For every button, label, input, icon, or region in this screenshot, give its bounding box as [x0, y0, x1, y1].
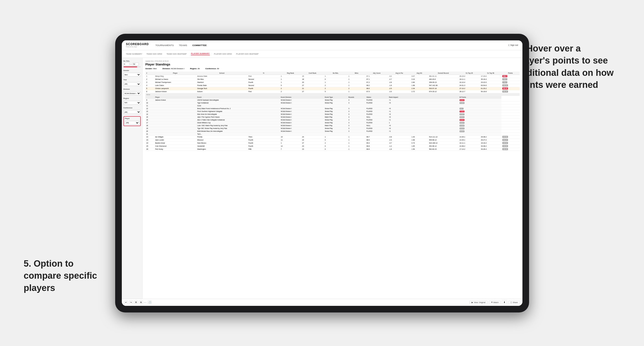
event-row: 17 David Williams Cup NCAA Division I St… — [146, 121, 520, 124]
conference-select[interactable]: (All) — [124, 110, 141, 114]
content-area: No Rds. — Gender — [122, 58, 522, 299]
points-badge[interactable]: 40.02 — [502, 142, 508, 144]
col-reg-rank: Reg Rank — [280, 72, 301, 75]
table-row: 23 Jack Lundin Missouri Fourth 11 24 0 1… — [146, 138, 520, 142]
table-row: 4 Luke Claton Florida State Second 5 27 … — [146, 84, 520, 87]
sub-nav-player-h2h-heatmap[interactable]: PLAYER H2H HEATMAP — [236, 53, 259, 55]
sidebar-section-conference: Conference (All) — [124, 107, 141, 114]
col-points: Points — [502, 72, 520, 75]
col-no-rds: No Rds. — [324, 72, 348, 75]
main-content: Update time: 27/01/2024 16:56:26 Player … — [142, 58, 522, 299]
nav-teams[interactable]: TEAMS — [179, 44, 187, 46]
watch-button[interactable]: 👁 Watch — [489, 301, 501, 304]
points-badge[interactable]: 88.2 — [502, 75, 507, 77]
annotation-5: 5. Option to compare specific players — [24, 258, 114, 294]
nav-links: TOURNAMENTS TEAMS COMMITTEE — [156, 44, 508, 46]
table-row: 22 Ian Gilligan Florida Third 10 24 1 1 … — [146, 135, 520, 138]
event-row: 14 Marc Amer An Intercollegiate NCAA Div… — [146, 113, 520, 116]
logo-text: SCOREBOARD — [126, 42, 149, 46]
col-vs-top50: Vs Top 50 — [480, 72, 502, 75]
sidebar-section-year: Year (All) — [124, 79, 141, 86]
no-rds-min-input[interactable] — [124, 63, 130, 66]
table-row: 2 Michael La Sasso Ole Miss Second 1 18 … — [146, 78, 520, 81]
copy-button[interactable]: ⧉ — [139, 300, 143, 304]
settings-button[interactable]: ⚙ — [134, 300, 138, 304]
sidebar-section-gender: Gender Men — [124, 70, 141, 77]
points-badge[interactable]: 60.58 — [502, 136, 508, 138]
sub-nav-player-summary[interactable]: PLAYER SUMMARY — [191, 52, 210, 55]
points-badge[interactable]: 68.18 — [502, 90, 508, 93]
event-row: 21 Tach... — [146, 133, 520, 135]
col-adj-score: Adj. Score — [366, 72, 388, 75]
nav-tournaments[interactable]: TOURNAMENTS — [156, 44, 174, 46]
event-row: 16 Alex C Fallen Oak Collegiate Invitati… — [146, 118, 520, 121]
col-avg-sg: Avg SG — [410, 72, 428, 75]
region-label: Region — [124, 98, 141, 99]
nav-committee[interactable]: COMMITTEE — [192, 44, 207, 46]
update-time: Update time: 27/01/2024 16:56:26 — [146, 60, 520, 62]
share-button[interactable]: ⬡ Share — [508, 301, 520, 304]
points-badge[interactable]: 76.2 — [502, 78, 507, 80]
view-original-button[interactable]: ▶ View: Original — [470, 301, 488, 304]
points-badge[interactable]: 60.27 — [502, 139, 508, 141]
points-badge[interactable]: 39.95 — [502, 145, 508, 147]
points-badge[interactable]: 68.54 — [502, 84, 508, 86]
table-row-highlighted: 5 Christo Lamprecht Georgia Tech Fourth … — [146, 87, 520, 90]
standings-table: # Player School Yr Reg Rank Conf Rank No… — [146, 72, 520, 151]
download-button[interactable]: ⬇ — [502, 300, 507, 304]
filter-row: Gender: Men Division: NCAA Division I Re… — [146, 68, 520, 70]
event-row: 19 Tiger SEC Stroke Play hosted by Jerry… — [146, 127, 520, 130]
player-select[interactable]: (All) — [125, 121, 139, 125]
sub-nav: TEAM SUMMARY TEAM H2H GRID TEAM H2H HEAT… — [122, 50, 522, 58]
sub-nav-team-h2h-heatmap[interactable]: TEAM H2H HEATMAP — [166, 53, 187, 55]
points-badge[interactable]: 38.49 — [502, 148, 508, 150]
col-yr: Yr — [248, 72, 280, 75]
points-badge-red[interactable]: 60.49 — [502, 87, 508, 90]
top-nav: SCOREBOARD Powered by clippi TOURNAMENTS… — [122, 40, 522, 50]
col-player: Player — [154, 72, 196, 75]
gender-select[interactable]: Men — [124, 73, 141, 77]
undo-button[interactable]: ↩ — [124, 300, 128, 304]
tablet-frame: SCOREBOARD Powered by clippi TOURNAMENTS… — [115, 34, 529, 313]
sub-nav-team-h2h-grid[interactable]: TEAM H2H GRID — [146, 53, 162, 55]
no-rds-slider[interactable] — [124, 66, 141, 67]
no-rds-max-input[interactable] — [133, 63, 139, 66]
sign-out-area: ›| Sign out — [508, 44, 518, 46]
player-label: Player — [125, 118, 139, 119]
event-row: 9 Jackson Kolson UNCW Seahawk Intercolle… — [146, 99, 520, 102]
division-select[interactable]: NCAA Division I — [124, 91, 141, 95]
table-row: 24 Bastien Amat New Mexico Fourth 1 27 2… — [146, 142, 520, 145]
conference-label: Conference — [124, 107, 141, 109]
sub-nav-team-summary[interactable]: TEAM SUMMARY — [126, 53, 142, 55]
sidebar: No Rds. — Gender — [122, 58, 142, 299]
col-overall-record: Overall Record — [428, 72, 458, 75]
sub-nav-player-h2h-grid[interactable]: PLAYER H2H GRID — [214, 53, 232, 55]
year-select[interactable]: (All) — [124, 82, 141, 86]
year-label: Year — [124, 79, 141, 81]
clock-button[interactable]: 🕐 — [148, 300, 152, 304]
event-row: 13 Pinch Southern Highlands Collegiate N… — [146, 110, 520, 113]
bottom-toolbar: ↩ ↪ ⚙ ⧉ —· 🕐 ▶ View: Original 👁 Watch ⬇ … — [122, 299, 522, 306]
sign-out-link[interactable]: Sign out — [510, 44, 518, 46]
sidebar-section-region: Region N/A — [124, 98, 141, 105]
logo-area: SCOREBOARD Powered by clippi — [126, 42, 149, 48]
annotation-4: 4. Hover over a player's points to see a… — [516, 42, 616, 91]
table-row: 26 Petr Hruby Washington Fifth 7 23 0 1 … — [146, 148, 520, 151]
table-divider-row: Niche — [146, 93, 520, 96]
col-school: School — [196, 72, 248, 75]
table-row: 6 Jackson Kolson Auburn First 2 27 5 1 6… — [146, 90, 520, 93]
powered-by: Powered by clippi — [126, 46, 149, 48]
redo-button[interactable]: ↪ — [129, 300, 133, 304]
division-label: Division — [124, 88, 141, 90]
col-avg-to-par: Avg to Par — [388, 72, 410, 75]
event-row: 11 Gonb — [146, 104, 520, 107]
region-select[interactable]: N/A — [124, 101, 141, 105]
event-row: 20 Mottl Mirobel Maui Jim Intercollegiat… — [146, 130, 520, 133]
col-conf-rank: Conf Rank — [301, 72, 324, 75]
event-row: 18 Luke I SEC Match Play hosted by Jerry… — [146, 124, 520, 127]
event-row: 12 Bren( Wake Forest Invitational at Pin… — [146, 107, 520, 110]
no-rds-label: No Rds. — [124, 60, 141, 62]
page-title: Player Standings — [146, 63, 520, 66]
points-badge[interactable]: 70.2 — [502, 81, 507, 83]
table-row: 3 Michael Thorbjornsen Stanford Fourth 1… — [146, 81, 520, 84]
